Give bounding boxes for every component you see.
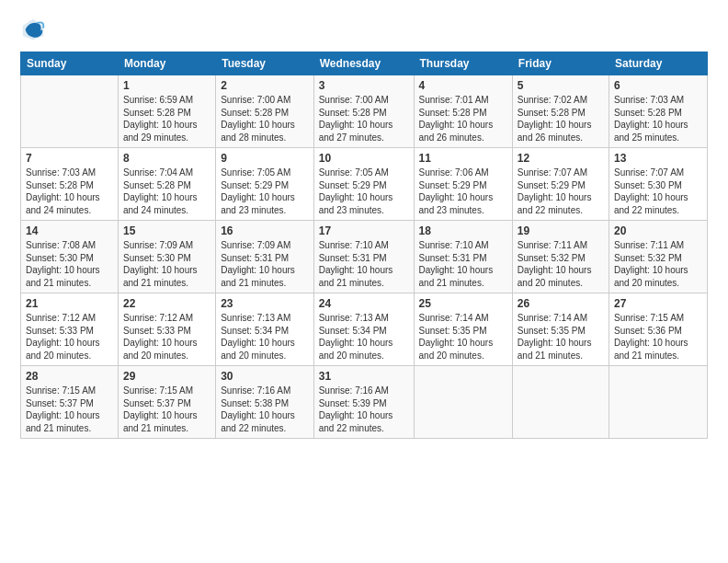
day-cell-27: 27Sunrise: 7:15 AM Sunset: 5:36 PM Dayli… [609,293,707,366]
day-info: Sunrise: 7:14 AM Sunset: 5:35 PM Dayligh… [419,312,507,362]
day-cell-24: 24Sunrise: 7:13 AM Sunset: 5:34 PM Dayli… [313,293,414,366]
day-cell-16: 16Sunrise: 7:09 AM Sunset: 5:31 PM Dayli… [216,221,314,293]
day-info: Sunrise: 7:15 AM Sunset: 5:37 PM Dayligh… [26,385,113,434]
week-row-1: 1Sunrise: 6:59 AM Sunset: 5:28 PM Daylig… [21,75,708,148]
day-info: Sunrise: 7:10 AM Sunset: 5:31 PM Dayligh… [419,239,507,289]
day-number: 5 [518,79,604,92]
day-number: 8 [123,152,210,165]
day-number: 6 [614,79,702,92]
day-info: Sunrise: 7:00 AM Sunset: 5:28 PM Dayligh… [221,94,309,144]
day-number: 24 [319,297,409,310]
day-info: Sunrise: 7:02 AM Sunset: 5:28 PM Dayligh… [518,94,604,144]
day-info: Sunrise: 7:15 AM Sunset: 5:37 PM Dayligh… [123,385,210,434]
day-cell-5: 5Sunrise: 7:02 AM Sunset: 5:28 PM Daylig… [512,75,609,148]
day-cell-1: 1Sunrise: 6:59 AM Sunset: 5:28 PM Daylig… [118,75,215,148]
day-info: Sunrise: 7:05 AM Sunset: 5:29 PM Dayligh… [319,167,409,216]
week-row-5: 28Sunrise: 7:15 AM Sunset: 5:37 PM Dayli… [21,366,708,439]
day-cell-7: 7Sunrise: 7:03 AM Sunset: 5:28 PM Daylig… [21,148,119,221]
day-info: Sunrise: 6:59 AM Sunset: 5:28 PM Dayligh… [123,94,210,144]
day-number: 13 [614,152,702,165]
logo-icon [20,17,46,42]
day-info: Sunrise: 7:15 AM Sunset: 5:36 PM Dayligh… [614,312,702,362]
day-cell-26: 26Sunrise: 7:14 AM Sunset: 5:35 PM Dayli… [512,293,609,366]
day-number: 25 [419,297,507,310]
day-info: Sunrise: 7:13 AM Sunset: 5:34 PM Dayligh… [319,312,409,362]
day-number: 27 [614,297,702,310]
day-cell-4: 4Sunrise: 7:01 AM Sunset: 5:28 PM Daylig… [414,75,512,148]
day-info: Sunrise: 7:10 AM Sunset: 5:31 PM Dayligh… [319,239,409,289]
weekday-header-monday: Monday [118,52,215,75]
empty-cell [512,366,609,439]
day-cell-13: 13Sunrise: 7:07 AM Sunset: 5:30 PM Dayli… [609,148,707,221]
day-cell-18: 18Sunrise: 7:10 AM Sunset: 5:31 PM Dayli… [414,221,512,293]
day-cell-12: 12Sunrise: 7:07 AM Sunset: 5:29 PM Dayli… [512,148,609,221]
weekday-header-friday: Friday [512,52,609,75]
empty-cell [609,366,707,439]
week-row-3: 14Sunrise: 7:08 AM Sunset: 5:30 PM Dayli… [21,221,708,293]
day-cell-20: 20Sunrise: 7:11 AM Sunset: 5:32 PM Dayli… [609,221,707,293]
day-info: Sunrise: 7:16 AM Sunset: 5:38 PM Dayligh… [221,385,309,434]
day-number: 23 [221,297,309,310]
empty-cell [414,366,512,439]
day-number: 14 [26,224,113,237]
day-cell-30: 30Sunrise: 7:16 AM Sunset: 5:38 PM Dayli… [216,366,314,439]
day-number: 19 [518,224,604,237]
day-info: Sunrise: 7:07 AM Sunset: 5:30 PM Dayligh… [614,167,702,216]
day-info: Sunrise: 7:12 AM Sunset: 5:33 PM Dayligh… [26,312,113,362]
day-info: Sunrise: 7:11 AM Sunset: 5:32 PM Dayligh… [518,239,604,289]
day-cell-29: 29Sunrise: 7:15 AM Sunset: 5:37 PM Dayli… [118,366,215,439]
day-info: Sunrise: 7:03 AM Sunset: 5:28 PM Dayligh… [614,94,702,144]
weekday-header-saturday: Saturday [609,52,707,75]
empty-cell [21,75,119,148]
day-number: 15 [123,224,210,237]
day-number: 3 [319,79,409,92]
day-cell-17: 17Sunrise: 7:10 AM Sunset: 5:31 PM Dayli… [313,221,414,293]
weekday-header-tuesday: Tuesday [216,52,314,75]
day-cell-23: 23Sunrise: 7:13 AM Sunset: 5:34 PM Dayli… [216,293,314,366]
weekday-header-sunday: Sunday [21,52,119,75]
day-number: 1 [123,79,210,92]
week-row-2: 7Sunrise: 7:03 AM Sunset: 5:28 PM Daylig… [21,148,708,221]
day-info: Sunrise: 7:14 AM Sunset: 5:35 PM Dayligh… [518,312,604,362]
day-info: Sunrise: 7:08 AM Sunset: 5:30 PM Dayligh… [26,239,113,289]
day-info: Sunrise: 7:11 AM Sunset: 5:32 PM Dayligh… [614,239,702,289]
day-number: 22 [123,297,210,310]
day-number: 28 [26,370,113,383]
day-cell-28: 28Sunrise: 7:15 AM Sunset: 5:37 PM Dayli… [21,366,119,439]
day-cell-10: 10Sunrise: 7:05 AM Sunset: 5:29 PM Dayli… [313,148,414,221]
day-cell-9: 9Sunrise: 7:05 AM Sunset: 5:29 PM Daylig… [216,148,314,221]
day-cell-11: 11Sunrise: 7:06 AM Sunset: 5:29 PM Dayli… [414,148,512,221]
day-number: 11 [419,152,507,165]
day-number: 2 [221,79,309,92]
page: SundayMondayTuesdayWednesdayThursdayFrid… [0,0,728,563]
logo [20,17,51,42]
day-number: 12 [518,152,604,165]
day-cell-21: 21Sunrise: 7:12 AM Sunset: 5:33 PM Dayli… [21,293,119,366]
day-cell-2: 2Sunrise: 7:00 AM Sunset: 5:28 PM Daylig… [216,75,314,148]
day-info: Sunrise: 7:06 AM Sunset: 5:29 PM Dayligh… [419,167,507,216]
day-cell-3: 3Sunrise: 7:00 AM Sunset: 5:28 PM Daylig… [313,75,414,148]
day-cell-8: 8Sunrise: 7:04 AM Sunset: 5:28 PM Daylig… [118,148,215,221]
day-number: 20 [614,224,702,237]
day-number: 16 [221,224,309,237]
day-cell-19: 19Sunrise: 7:11 AM Sunset: 5:32 PM Dayli… [512,221,609,293]
week-row-4: 21Sunrise: 7:12 AM Sunset: 5:33 PM Dayli… [21,293,708,366]
day-number: 7 [26,152,113,165]
day-number: 17 [319,224,409,237]
day-info: Sunrise: 7:09 AM Sunset: 5:30 PM Dayligh… [123,239,210,289]
weekday-header-thursday: Thursday [414,52,512,75]
day-number: 18 [419,224,507,237]
day-cell-15: 15Sunrise: 7:09 AM Sunset: 5:30 PM Dayli… [118,221,215,293]
weekday-header-wednesday: Wednesday [313,52,414,75]
day-info: Sunrise: 7:00 AM Sunset: 5:28 PM Dayligh… [319,94,409,144]
day-number: 9 [221,152,309,165]
header [20,17,708,42]
day-number: 29 [123,370,210,383]
day-info: Sunrise: 7:09 AM Sunset: 5:31 PM Dayligh… [221,239,309,289]
day-number: 10 [319,152,409,165]
day-info: Sunrise: 7:13 AM Sunset: 5:34 PM Dayligh… [221,312,309,362]
day-info: Sunrise: 7:01 AM Sunset: 5:28 PM Dayligh… [419,94,507,144]
day-info: Sunrise: 7:04 AM Sunset: 5:28 PM Dayligh… [123,167,210,216]
day-cell-14: 14Sunrise: 7:08 AM Sunset: 5:30 PM Dayli… [21,221,119,293]
day-info: Sunrise: 7:03 AM Sunset: 5:28 PM Dayligh… [26,167,113,216]
